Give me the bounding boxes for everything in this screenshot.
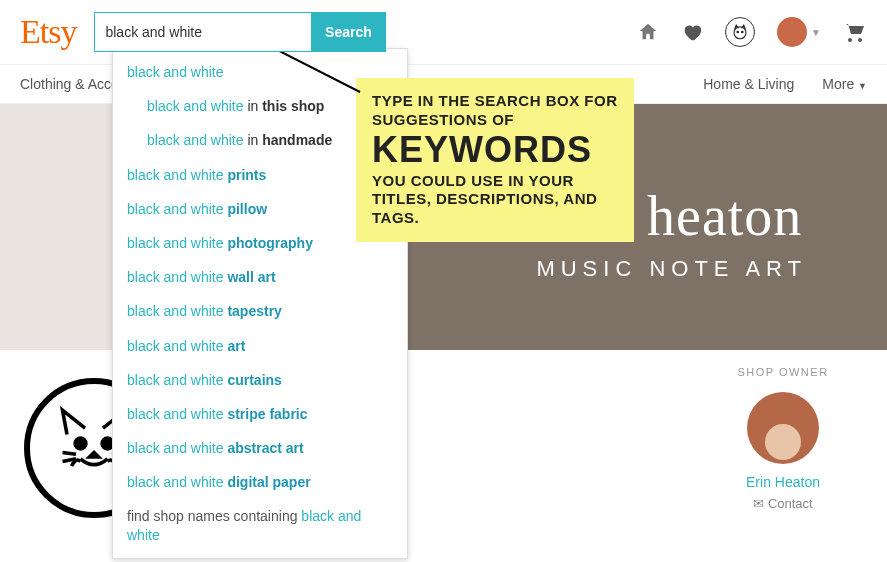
shop-icon[interactable] (725, 17, 755, 47)
search-button[interactable]: Search (311, 13, 385, 51)
find-shops-suggestion[interactable]: find shop names containing black and whi… (113, 499, 407, 551)
banner-subtitle: MUSIC NOTE ART (536, 256, 807, 282)
search-suggestion[interactable]: black and white tapestry (113, 294, 407, 328)
owner-avatar[interactable] (747, 392, 819, 464)
search-form: Search (94, 12, 386, 52)
user-avatar (777, 17, 807, 47)
contact-link[interactable]: ✉ Contact (703, 496, 863, 511)
home-icon[interactable] (637, 21, 659, 43)
search-suggestion[interactable]: black and white art (113, 329, 407, 363)
cart-icon[interactable] (843, 20, 867, 44)
nav-more[interactable]: More ▼ (822, 76, 867, 92)
annotation-callout: Type in the search box for suggestions o… (356, 78, 634, 242)
callout-line2: you could use in your titles, descriptio… (372, 172, 618, 228)
chevron-down-icon: ▼ (811, 27, 821, 38)
search-suggestion[interactable]: black and white curtains (113, 363, 407, 397)
callout-keyword: KEYWORDS (372, 132, 618, 168)
chevron-down-icon: ▼ (858, 81, 867, 91)
svg-point-2 (742, 31, 744, 33)
svg-point-4 (75, 438, 86, 449)
search-suggestion[interactable]: black and white stripe fabric (113, 397, 407, 431)
nav-home-living[interactable]: Home & Living (703, 76, 794, 92)
shop-owner-label: SHOP OWNER (703, 366, 863, 378)
svg-point-1 (737, 31, 739, 33)
callout-line1: Type in the search box for suggestions o… (372, 92, 618, 130)
search-input[interactable] (95, 13, 311, 51)
heart-icon[interactable] (681, 21, 703, 43)
owner-name-link[interactable]: Erin Heaton (703, 474, 863, 490)
search-suggestion[interactable]: black and white digital paper (113, 465, 407, 499)
etsy-logo[interactable]: Etsy (20, 13, 76, 51)
search-suggestion[interactable]: black and white abstract art (113, 431, 407, 465)
search-suggestion[interactable]: black and white wall art (113, 260, 407, 294)
svg-point-0 (734, 27, 746, 39)
user-menu[interactable]: ▼ (777, 17, 821, 47)
